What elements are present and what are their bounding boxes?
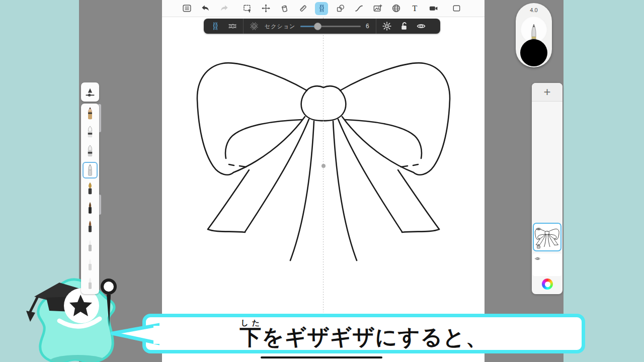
add-layer-button[interactable]: +	[532, 83, 562, 102]
kaleidoscope-icon[interactable]	[378, 20, 395, 33]
top-toolbar: T	[162, 0, 485, 17]
symmetry-radial-icon[interactable]	[246, 20, 263, 33]
symmetry-vertical-icon[interactable]	[207, 20, 224, 33]
timelapse-icon[interactable]	[427, 2, 440, 15]
toolbar-divider	[243, 19, 244, 34]
color-wheel-button[interactable]	[542, 279, 553, 290]
steady-stroke-icon[interactable]	[352, 2, 365, 15]
subtitle-text: 下したをギザギザにすると、	[239, 319, 488, 348]
symmetry-horizontal-icon[interactable]	[224, 20, 241, 33]
layer-2[interactable]	[533, 253, 561, 276]
import-image-icon[interactable]	[371, 2, 384, 15]
brush-size-value: 4.0	[516, 7, 552, 13]
symmetry-options-toolbar: セクション 6	[204, 19, 440, 34]
marker-brush[interactable]	[83, 143, 98, 160]
symmetry-axis-handle[interactable]	[321, 164, 326, 168]
paint-brush[interactable]	[83, 219, 98, 236]
transform-move-icon[interactable]	[259, 2, 272, 15]
shapes-icon[interactable]	[334, 2, 347, 15]
toolbar-divider	[376, 19, 376, 34]
ink-brush[interactable]	[83, 200, 98, 217]
brush-settings-button[interactable]	[81, 82, 99, 102]
app-stage: T セクション 6 4.0 +	[0, 0, 644, 362]
angled-marker-brush[interactable]	[83, 275, 98, 292]
layer-1[interactable]	[533, 223, 561, 251]
lock-open-icon[interactable]	[395, 20, 413, 33]
pencil-brush[interactable]	[83, 105, 98, 122]
layer-visibility-icon[interactable]	[534, 255, 541, 261]
visibility-icon[interactable]	[413, 20, 430, 33]
sections-label: セクション	[265, 23, 295, 30]
sections-value: 6	[361, 23, 374, 30]
redo-icon[interactable]	[217, 2, 230, 15]
alpha-lock-icon[interactable]	[535, 242, 542, 249]
slider-handle[interactable]	[314, 23, 321, 30]
text-icon[interactable]: T	[408, 2, 421, 15]
ruler-guides-icon[interactable]	[296, 2, 309, 15]
brush-size-color-puck[interactable]: 4.0	[516, 3, 552, 67]
speech-bubble-tail	[107, 321, 159, 347]
subtitle-speech-bubble: 下したをギザギザにすると、	[142, 314, 585, 353]
flat-marker-brush[interactable]	[83, 256, 98, 274]
perspective-icon[interactable]	[389, 2, 403, 15]
fountain-pen-brush[interactable]	[83, 180, 98, 198]
svg-text:T: T	[412, 4, 417, 13]
layer-visibility-icon[interactable]	[535, 225, 542, 232]
color-puck[interactable]	[520, 39, 547, 66]
symmetry-icon[interactable]	[315, 2, 328, 15]
layers-panel: +	[532, 83, 562, 294]
shader-brush[interactable]	[83, 124, 98, 141]
fill-icon[interactable]	[278, 2, 291, 15]
sections-slider[interactable]	[300, 20, 361, 33]
next-subtitle-bar	[261, 356, 382, 358]
marquee-select-icon[interactable]	[240, 2, 254, 15]
mascot-character	[15, 265, 126, 362]
undo-icon[interactable]	[199, 2, 212, 15]
menu-icon[interactable]	[180, 2, 193, 15]
brush-palette	[81, 104, 99, 294]
ink-pen-brush[interactable]	[83, 162, 98, 179]
fullscreen-icon[interactable]	[450, 2, 463, 15]
soft-brush[interactable]	[83, 237, 98, 254]
